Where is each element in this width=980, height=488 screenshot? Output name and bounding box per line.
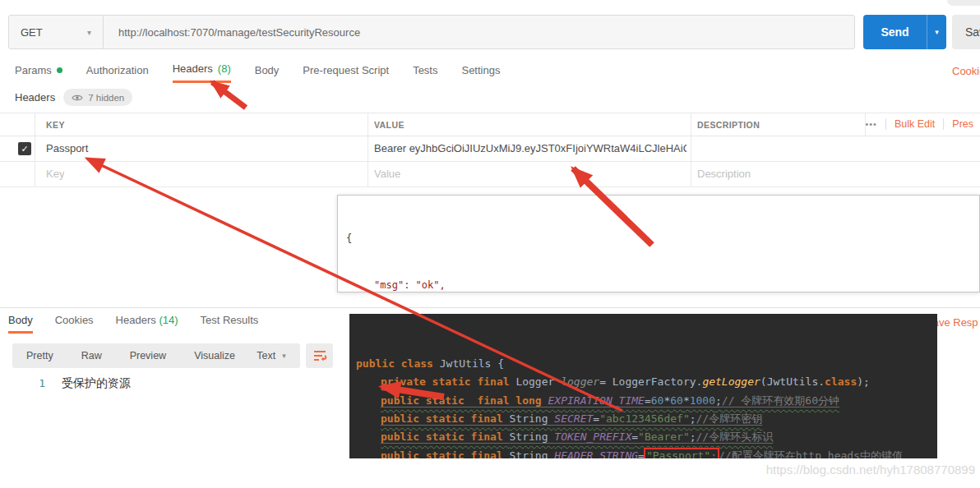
divider [943, 118, 944, 130]
eye-icon [72, 94, 83, 102]
key-input-placeholder[interactable]: Key [46, 168, 64, 180]
send-options-button[interactable]: ▾ [927, 15, 946, 49]
column-divider [35, 136, 35, 162]
headers-table-head: KEY VALUE DESCRIPTION ••• Bulk Edit Pres [0, 113, 980, 136]
arrow-to-headers-tab [212, 82, 246, 108]
watermark-url: https://blog.csdn.net/hyh17808770899 [766, 463, 975, 476]
column-divider [368, 113, 368, 136]
column-header-description: DESCRIPTION [697, 120, 760, 130]
postman-request-screen: GET ▾ http://localhost:7070/manage/testS… [0, 0, 980, 488]
params-active-dot-icon [57, 67, 62, 73]
truncated-top-element [947, 0, 980, 6]
code-line: public class JwtUtils { [356, 355, 937, 373]
wrap-text-icon [312, 349, 327, 362]
view-raw-button[interactable]: Raw [67, 350, 116, 361]
json-line: { [346, 231, 979, 246]
passport-highlight-box: "Passport"; [644, 448, 719, 458]
response-tab-test-results[interactable]: Test Results [201, 314, 259, 334]
method-select[interactable]: GET ▾ [9, 16, 104, 48]
header-row-passport: ✓ Passport Bearer eyJhbGciOiJIUzUxMiJ9.e… [0, 136, 980, 162]
column-divider [368, 136, 368, 162]
response-tab-body[interactable]: Body [8, 314, 33, 334]
column-divider [35, 162, 35, 187]
description-input-placeholder[interactable]: Description [697, 168, 751, 180]
code-line: private static final Logger logger= Logg… [356, 373, 937, 391]
response-headers-count-badge: (14) [159, 314, 178, 326]
response-view-switcher: Pretty Raw Preview Visualize [12, 343, 249, 368]
url-input[interactable]: http://localhost:7070/manage/testSecurit… [104, 16, 854, 48]
response-tabs: Body Cookies Headers (14) Test Results [8, 314, 258, 334]
line-number: 1 [0, 376, 45, 391]
send-button[interactable]: Send [863, 15, 927, 49]
json-line: "msg": "ok", [346, 278, 979, 292]
hidden-count-label: 7 hidden [88, 93, 124, 103]
request-tabs: Params Authorization Headers (8) Body Pr… [15, 62, 500, 83]
tab-headers[interactable]: Headers (8) [173, 62, 231, 83]
divider [885, 118, 886, 130]
bulk-edit-link[interactable]: Bulk Edit [894, 118, 935, 130]
column-divider [368, 162, 368, 187]
json-response-overlay: { "msg": "ok", "role": "admin", "token":… [337, 195, 980, 292]
column-header-key: KEY [46, 120, 65, 130]
send-split-button: Send ▾ [863, 15, 946, 49]
tab-params[interactable]: Params [15, 62, 62, 83]
header-value-cell[interactable]: Bearer eyJhbGciOiJIUzUxMiJ9.eyJST0xFIjoi… [374, 142, 686, 154]
headers-count-badge: (8) [218, 62, 231, 75]
response-tab-headers[interactable]: Headers (14) [116, 314, 178, 334]
view-pretty-button[interactable]: Pretty [12, 350, 67, 361]
view-visualize-button[interactable]: Visualize [180, 350, 249, 361]
table-tools: ••• Bulk Edit Pres [865, 118, 973, 130]
request-url-group: GET ▾ http://localhost:7070/manage/testS… [8, 15, 855, 49]
hidden-headers-toggle[interactable]: 7 hidden [63, 89, 132, 106]
response-body-line: 1 受保护的资源 [0, 376, 131, 391]
save-button[interactable]: Sav [952, 15, 980, 49]
tab-settings[interactable]: Settings [461, 62, 500, 83]
chevron-down-icon: ▾ [87, 28, 91, 37]
cookies-link[interactable]: Cookie [952, 65, 980, 77]
column-divider [691, 162, 691, 187]
response-body-text: 受保护的资源 [45, 376, 131, 391]
view-preview-button[interactable]: Preview [116, 350, 180, 361]
java-code-lines: public class JwtUtils {private static fi… [356, 355, 937, 458]
value-input-placeholder[interactable]: Value [374, 168, 400, 180]
headers-section-label: Headers [15, 91, 55, 104]
more-options-icon[interactable]: ••• [865, 119, 877, 129]
header-enabled-checkbox[interactable]: ✓ [18, 142, 31, 155]
response-format-select[interactable]: Text ▾ [243, 343, 300, 368]
column-divider [691, 113, 691, 136]
response-section-divider [0, 307, 980, 308]
code-line: public static final String SECRET="abc12… [356, 410, 937, 428]
method-label: GET [21, 26, 43, 39]
header-row-empty: Key Value Description [0, 162, 980, 187]
code-line: public static final String HEADER_STRING… [356, 447, 937, 458]
code-line: public static final String TOKEN_PREFIX=… [356, 428, 937, 446]
tab-pre-request-script[interactable]: Pre-request Script [303, 62, 389, 83]
tab-authorization[interactable]: Authorization [86, 62, 149, 83]
wrap-lines-button[interactable] [306, 343, 333, 368]
code-line: public static final long EXPIRATION_TIME… [356, 392, 937, 410]
response-tab-cookies[interactable]: Cookies [55, 314, 94, 334]
jwtutils-code-overlay: public class JwtUtils {private static fi… [349, 314, 937, 458]
presets-link[interactable]: Pres [952, 118, 973, 130]
header-key-cell[interactable]: Passport [46, 142, 358, 154]
headers-summary-row: Headers 7 hidden [15, 89, 132, 106]
column-divider [35, 113, 35, 136]
column-divider [691, 136, 691, 162]
chevron-down-icon: ▾ [282, 352, 286, 360]
column-header-value: VALUE [374, 120, 404, 130]
headers-table: KEY VALUE DESCRIPTION ••• Bulk Edit Pres… [0, 113, 980, 186]
tab-body[interactable]: Body [255, 62, 280, 83]
tab-tests[interactable]: Tests [413, 62, 437, 83]
